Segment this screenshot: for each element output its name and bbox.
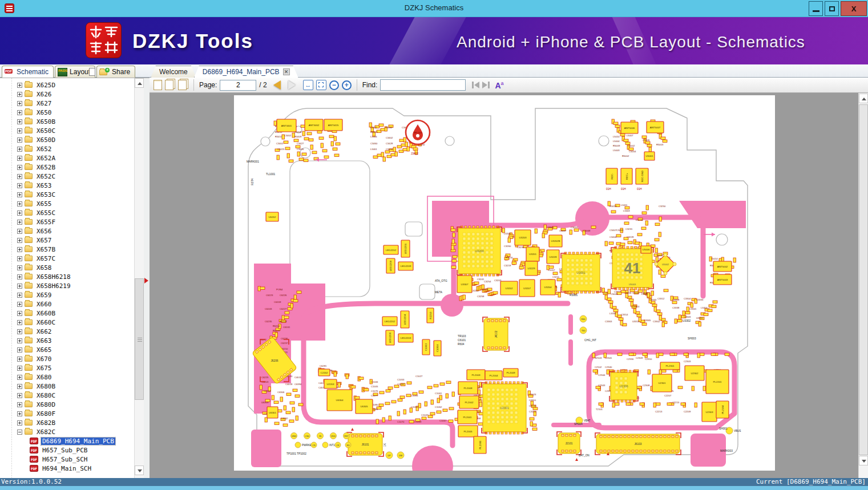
tree-item-x655f[interactable]: X655F [0,217,134,226]
expand-icon[interactable] [17,238,22,243]
copy-page-icon[interactable] [165,80,173,90]
tree-scroll-down-button[interactable] [135,465,144,475]
pcb-viewer[interactable]: R3407C3465R3410R3408C3402R3409R3411C3401… [150,93,868,478]
panel-splitter[interactable] [144,78,150,478]
match-case-icon[interactable]: Aa [495,80,503,90]
tree-item-x665[interactable]: X665 [0,345,134,354]
tree-item-x663[interactable]: X663 [0,336,134,345]
viewer-scrollbar[interactable] [858,93,868,478]
maximize-button[interactable] [825,1,839,16]
tree-doc-h657_sub_pcb[interactable]: PDFH657_Sub_PCB [0,446,134,455]
tree-item-x625d[interactable]: X625D [0,80,134,90]
expand-icon[interactable] [17,311,22,316]
tree-item-x653c[interactable]: X653C [0,190,134,199]
previous-page-button[interactable] [273,80,281,90]
expand-icon[interactable] [17,137,22,143]
fit-width-button[interactable]: ↔ [303,80,313,90]
tree-item-x680b[interactable]: X680B [0,382,134,391]
find-input[interactable] [380,79,466,91]
expand-icon[interactable] [17,101,22,106]
expand-icon[interactable] [17,110,22,115]
tree-item-x650d[interactable]: X650D [0,135,134,144]
tree-item-x650b[interactable]: X650B [0,117,134,126]
document-page[interactable]: R3407C3465R3410R3408C3402R3409R3411C3401… [234,95,775,471]
tree-item-x650c[interactable]: X650C [0,126,134,135]
expand-icon[interactable] [17,92,22,97]
tree-doc-h657_sub_sch[interactable]: PDFH657_Sub_SCH [0,455,134,464]
zoom-in-button[interactable]: + [342,80,352,90]
expand-icon[interactable] [17,156,22,161]
tree-item-x626[interactable]: X626 [0,90,134,99]
expand-icon[interactable] [17,384,22,389]
tree-item-x675[interactable]: X675 [0,363,134,372]
tree-item-x682b[interactable]: X682B [0,418,134,427]
tree-item-x655c[interactable]: X655C [0,208,134,217]
tree-item-x670[interactable]: X670 [0,354,134,363]
expand-icon[interactable] [17,183,22,188]
viewer-scroll-down-button[interactable] [859,456,868,465]
expand-icon[interactable] [17,210,22,216]
expand-icon[interactable] [17,220,22,225]
tree-item-x680c[interactable]: X680C [0,391,134,400]
tab-schematic[interactable]: PDFSchematic [2,66,54,78]
expand-icon[interactable] [17,347,22,353]
fit-page-button[interactable] [316,80,326,90]
tree-item-x662[interactable]: X662 [0,327,134,336]
tab-share[interactable]: +Share [96,66,135,78]
doc-tab-d6869_h694_main_pcb[interactable]: D6869_H694_Main_PCB✕ [194,66,298,78]
tree-doc-h694_main_sch[interactable]: PDFH694_Main_SCH [0,464,134,473]
tree-item-x658[interactable]: X658 [0,263,134,272]
expand-icon[interactable] [17,256,22,261]
tree-item-x650[interactable]: X650 [0,108,134,117]
expand-icon[interactable] [17,375,22,380]
find-previous-button[interactable] [472,82,479,88]
expand-icon[interactable] [17,320,22,325]
tree-item-x657c[interactable]: X657C [0,254,134,263]
expand-icon[interactable] [17,357,22,362]
tree-item-x680d[interactable]: X680D [0,400,134,409]
tree-scrollbar[interactable] [134,78,144,478]
expand-icon[interactable] [17,247,22,252]
tree-item-x656[interactable]: X656 [0,226,134,236]
expand-icon[interactable] [17,192,22,197]
page-thumbnail-icon[interactable] [154,80,162,90]
tree-scroll-up-button[interactable] [135,78,144,88]
zoom-out-button[interactable]: − [329,80,339,90]
expand-icon[interactable] [17,393,22,398]
next-page-button[interactable] [288,80,296,90]
tree-item-x652a[interactable]: X652A [0,153,134,163]
tree-item-x660c[interactable]: X660C [0,318,134,327]
page-number-input[interactable] [220,80,256,91]
multi-page-icon[interactable] [178,80,187,90]
expand-icon[interactable] [17,274,22,280]
tree-item-x680[interactable]: X680 [0,372,134,382]
viewer-scrollbar-thumb[interactable] [859,104,868,455]
tree-item-x660[interactable]: X660 [0,299,134,309]
minimize-button[interactable] [809,1,823,16]
expand-icon[interactable] [17,201,22,206]
close-tab-icon[interactable]: ✕ [283,68,290,75]
expand-icon[interactable] [17,402,22,407]
tree-item-x657[interactable]: X657 [0,236,134,245]
viewer-scroll-up-button[interactable] [859,94,868,103]
expand-icon[interactable] [17,411,22,416]
tree-item-x657b[interactable]: X657B [0,245,134,254]
expand-icon[interactable] [17,338,22,343]
expand-icon[interactable] [17,366,22,371]
expand-icon[interactable] [17,284,22,289]
expand-icon[interactable] [17,83,22,88]
expand-icon[interactable] [17,229,22,234]
tree-item-x652[interactable]: X652 [0,144,134,153]
tree-item-x652c[interactable]: X652C [0,172,134,181]
expand-icon[interactable] [17,265,22,270]
expand-icon[interactable] [17,147,22,152]
tree-item-x652b[interactable]: X652B [0,163,134,172]
doc-tab-welcome[interactable]: Welcome [151,66,196,78]
expand-icon[interactable] [17,128,22,133]
tree-scrollbar-thumb[interactable] [135,278,144,400]
close-button[interactable]: X [841,1,867,16]
find-next-button[interactable] [482,82,490,88]
expand-icon[interactable] [17,302,22,307]
expand-icon[interactable] [17,420,22,426]
tree-item-x658h6219[interactable]: X658H6219 [0,281,134,290]
